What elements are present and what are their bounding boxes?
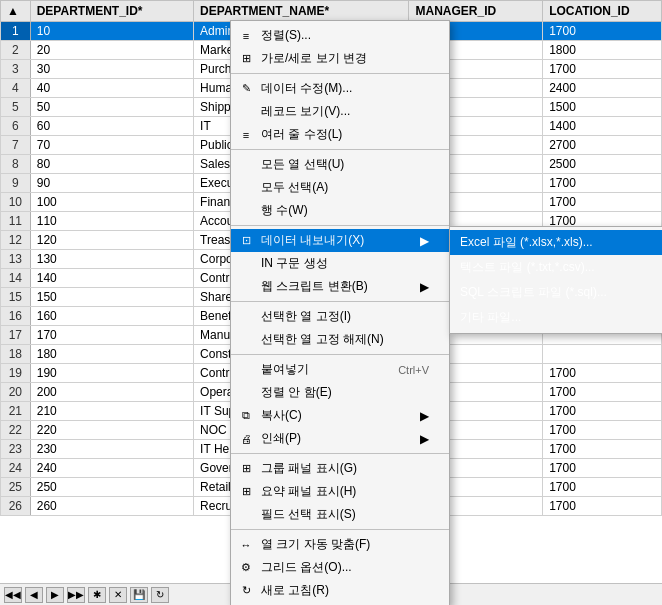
row-number: 6 [1, 117, 31, 136]
context-menu: ≡ 정렬(S)... ⊞ 가로/세로 보기 변경 ✎ 데이터 수정(M)... … [230, 20, 450, 605]
col-header-manager-id[interactable]: MANAGER_ID [409, 1, 543, 22]
cell-dept-id: 110 [30, 212, 193, 231]
row-number: 26 [1, 497, 31, 516]
edit-icon: ✎ [237, 82, 255, 95]
last-page-button[interactable]: ▶▶ [67, 587, 85, 603]
cell-dept-id: 80 [30, 155, 193, 174]
separator-1 [231, 73, 449, 74]
submenu-sql[interactable]: SQL 스크립트 파일 (*.sql)... [450, 280, 662, 305]
menu-web-script[interactable]: 웹 스크립트 변환(B) ▶ [231, 275, 449, 298]
separator-7 [231, 529, 449, 530]
table-container: ▲ DEPARTMENT_ID* DEPARTMENT_NAME* MANAGE… [0, 0, 662, 605]
copy-arrow: ▶ [410, 409, 429, 423]
row-number: 21 [1, 402, 31, 421]
row-number: 25 [1, 478, 31, 497]
menu-show-summary-panel[interactable]: ⊞ 요약 패널 표시(H) [231, 480, 449, 503]
add-row-button[interactable]: ✱ [88, 587, 106, 603]
row-indicator-header: ▲ [1, 1, 31, 22]
cell-location-id: 2400 [543, 79, 662, 98]
next-page-button[interactable]: ▶ [46, 587, 64, 603]
col-header-dept-id[interactable]: DEPARTMENT_ID* [30, 1, 193, 22]
menu-row-count[interactable]: 행 수(W) [231, 199, 449, 222]
separator-5 [231, 354, 449, 355]
col-header-dept-name[interactable]: DEPARTMENT_NAME* [194, 1, 409, 22]
menu-export[interactable]: ⊡ 데이터 내보내기(X) ▶ Excel 파일 (*.xlsx,*.xls).… [231, 229, 449, 252]
menu-sort[interactable]: ≡ 정렬(S)... [231, 24, 449, 47]
copy-icon: ⧉ [237, 409, 255, 422]
row-number: 9 [1, 174, 31, 193]
menu-select-all[interactable]: 모두 선택(A) [231, 176, 449, 199]
cell-location-id: 1700 [543, 421, 662, 440]
menu-view-record[interactable]: 레코드 보기(V)... [231, 100, 449, 123]
cell-dept-id: 250 [30, 478, 193, 497]
row-number: 4 [1, 79, 31, 98]
submenu-other[interactable]: 기타 파일... [450, 305, 662, 330]
cell-dept-id: 130 [30, 250, 193, 269]
grid-options-icon: ⚙ [237, 561, 255, 574]
menu-unfreeze-col[interactable]: 선택한 열 고정 해제(N) [231, 328, 449, 351]
sort-icon: ≡ [237, 30, 255, 42]
cell-dept-id: 150 [30, 288, 193, 307]
print-icon: 🖨 [237, 433, 255, 445]
cell-dept-id: 100 [30, 193, 193, 212]
row-number: 8 [1, 155, 31, 174]
cell-location-id: 1700 [543, 383, 662, 402]
cell-location-id: 1700 [543, 193, 662, 212]
row-number: 7 [1, 136, 31, 155]
separator-2 [231, 149, 449, 150]
row-number: 13 [1, 250, 31, 269]
menu-edit-data[interactable]: ✎ 데이터 수정(M)... [231, 77, 449, 100]
cell-dept-id: 10 [30, 22, 193, 41]
col-header-location-id[interactable]: LOCATION_ID [543, 1, 662, 22]
menu-grid-options[interactable]: ⚙ 그리드 옵션(O)... [231, 556, 449, 579]
summary-panel-icon: ⊞ [237, 485, 255, 498]
cell-location-id [543, 345, 662, 364]
export-icon: ⊡ [237, 234, 255, 247]
separator-4 [231, 301, 449, 302]
cell-location-id: 1700 [543, 440, 662, 459]
menu-auto-fit-cols[interactable]: ↔ 열 크기 자동 맞춤(F) [231, 533, 449, 556]
menu-show-field-select[interactable]: 필드 선택 표시(S) [231, 503, 449, 526]
row-number: 1 [1, 22, 31, 41]
menu-in-clause[interactable]: IN 구문 생성 [231, 252, 449, 275]
cell-dept-id: 170 [30, 326, 193, 345]
prev-page-button[interactable]: ◀ [25, 587, 43, 603]
cell-dept-id: 70 [30, 136, 193, 155]
row-number: 24 [1, 459, 31, 478]
menu-show-group-panel[interactable]: ⊞ 그룹 패널 표시(G) [231, 457, 449, 480]
separator-6 [231, 453, 449, 454]
row-number: 23 [1, 440, 31, 459]
cell-dept-id: 120 [30, 231, 193, 250]
row-number: 18 [1, 345, 31, 364]
row-number: 5 [1, 98, 31, 117]
save-button[interactable]: 💾 [130, 587, 148, 603]
delete-row-button[interactable]: ✕ [109, 587, 127, 603]
cell-location-id: 1700 [543, 60, 662, 79]
menu-copy[interactable]: ⧉ 복사(C) ▶ [231, 404, 449, 427]
refresh-button[interactable]: ↻ [151, 587, 169, 603]
submenu-text[interactable]: 텍스트 파일 (*.txt,*.csv)... [450, 255, 662, 280]
first-page-button[interactable]: ◀◀ [4, 587, 22, 603]
row-number: 20 [1, 383, 31, 402]
cell-dept-id: 50 [30, 98, 193, 117]
web-script-arrow: ▶ [410, 280, 429, 294]
menu-select-all-cols[interactable]: 모든 열 선택(U) [231, 153, 449, 176]
menu-no-sort[interactable]: 정렬 안 함(E) [231, 381, 449, 404]
row-number: 16 [1, 307, 31, 326]
menu-multiline-edit[interactable]: ≡ 여러 줄 수정(L) [231, 123, 449, 146]
menu-refresh[interactable]: ↻ 새로 고침(R) [231, 579, 449, 602]
menu-print[interactable]: 🖨 인쇄(P) ▶ [231, 427, 449, 450]
row-number: 15 [1, 288, 31, 307]
menu-freeze-col[interactable]: 선택한 열 고정(I) [231, 305, 449, 328]
menu-toggle-view[interactable]: ⊞ 가로/세로 보기 변경 [231, 47, 449, 70]
row-number: 17 [1, 326, 31, 345]
cell-dept-id: 200 [30, 383, 193, 402]
paste-shortcut: Ctrl+V [378, 364, 429, 376]
menu-paste[interactable]: 붙여넣기 Ctrl+V [231, 358, 449, 381]
refresh-icon: ↻ [237, 584, 255, 597]
cell-location-id: 1800 [543, 41, 662, 60]
cell-location-id: 1700 [543, 174, 662, 193]
row-number: 12 [1, 231, 31, 250]
submenu-excel[interactable]: Excel 파일 (*.xlsx,*.xls)... [450, 230, 662, 255]
cell-dept-id: 180 [30, 345, 193, 364]
